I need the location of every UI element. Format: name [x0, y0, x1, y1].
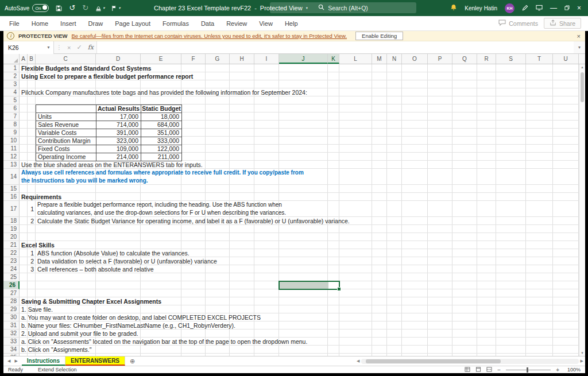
column-header-P[interactable]: P — [428, 54, 452, 64]
ribbon-tab-home[interactable]: Home — [32, 20, 48, 27]
row-header-18[interactable]: 18 — [3, 217, 20, 225]
close-icon[interactable]: × — [577, 33, 581, 40]
user-name[interactable]: Kenley Hatin — [465, 5, 497, 11]
column-header-T[interactable]: T — [526, 54, 553, 64]
row-header-25[interactable]: 25 — [3, 273, 20, 281]
sheet-tab-enteranswers[interactable]: ENTERANSWERS — [65, 356, 125, 366]
formula-bar-expand-icon[interactable]: ▾ — [574, 45, 585, 50]
table-cell[interactable]: Units — [36, 113, 96, 121]
row-header-24[interactable]: 24 — [3, 265, 20, 273]
search-box[interactable]: Search (Alt+Q) — [270, 2, 416, 13]
column-header-U[interactable]: U — [553, 54, 579, 64]
row-header-12[interactable]: 12 — [3, 153, 20, 161]
column-header-N[interactable]: N — [387, 54, 402, 64]
table-cell[interactable]: Operating Income — [36, 153, 96, 161]
restore-button[interactable] — [564, 0, 570, 16]
zoom-out-icon[interactable]: − — [497, 367, 501, 373]
column-header-O[interactable]: O — [402, 54, 428, 64]
cells-area[interactable]: Flexible Budgets and Standard Cost Syste… — [20, 64, 579, 356]
name-box[interactable]: K26 ▼ — [3, 41, 54, 54]
row-header-30[interactable]: 30 — [3, 313, 20, 321]
scroll-right-icon[interactable]: ▶ — [581, 359, 583, 363]
shaded-input-cell[interactable] — [280, 282, 328, 289]
zoom-slider-thumb[interactable] — [527, 367, 528, 373]
column-header-E[interactable]: E — [141, 54, 181, 64]
ribbon-tab-help[interactable]: Help — [285, 20, 298, 27]
row-header-23[interactable]: 23 — [3, 257, 20, 265]
table-cell[interactable]: 684,000 — [141, 121, 182, 129]
normal-view-icon[interactable] — [465, 367, 470, 373]
ribbon-tab-insert[interactable]: Insert — [60, 20, 76, 27]
table-cell[interactable]: 323,000 — [96, 137, 141, 145]
scroll-left-icon[interactable]: ◀ — [357, 359, 359, 363]
sheet-nav-left-icon[interactable]: ◀ — [7, 359, 10, 363]
ribbon-tab-view[interactable]: View — [259, 20, 273, 27]
pen-icon[interactable] — [522, 3, 528, 13]
column-header-J[interactable]: J — [279, 54, 328, 64]
comments-button[interactable]: Comments — [498, 20, 538, 27]
row-header-33[interactable]: 33 — [3, 338, 20, 346]
vertical-scrollbar[interactable]: ▲ ▼ — [579, 64, 585, 356]
column-header-G[interactable]: G — [206, 54, 230, 64]
table-cell[interactable]: 109,000 — [96, 145, 141, 153]
row-header-31[interactable]: 31 — [3, 321, 20, 330]
cancel-icon[interactable]: × — [64, 44, 74, 51]
row-header-8[interactable]: 8 — [3, 121, 20, 129]
row-header-9[interactable]: 9 — [3, 129, 20, 137]
column-header-A[interactable]: A — [20, 54, 28, 64]
row-header-27[interactable]: 27 — [3, 289, 20, 297]
redo-icon[interactable]: ↻ — [82, 0, 88, 16]
stamp-icon[interactable]: ▾ — [95, 0, 105, 16]
ribbon-tab-data[interactable]: Data — [201, 20, 214, 27]
column-header-R[interactable]: R — [477, 54, 496, 64]
row-header-21[interactable]: 21 — [3, 241, 20, 249]
column-header-K[interactable]: K — [328, 54, 339, 64]
selected-range[interactable] — [278, 281, 340, 290]
column-header-D[interactable]: D — [96, 54, 141, 64]
sheet-nav-right-icon[interactable]: ▶ — [14, 359, 17, 363]
column-header-S[interactable]: S — [496, 54, 526, 64]
close-button[interactable]: × — [577, 0, 581, 16]
table-cell[interactable]: Actual Results — [96, 105, 141, 113]
fill-handle[interactable] — [337, 287, 341, 291]
enable-editing-button[interactable]: Enable Editing — [355, 32, 403, 40]
save-icon[interactable] — [56, 5, 62, 11]
horizontal-scroll-thumb[interactable] — [366, 359, 500, 363]
ribbon-tab-formulas[interactable]: Formulas — [163, 20, 189, 27]
table-cell[interactable]: Variable Costs — [36, 129, 96, 137]
row-header-20[interactable]: 20 — [3, 233, 20, 241]
confirm-icon[interactable]: ✓ — [74, 44, 84, 51]
column-header-H[interactable]: H — [230, 54, 254, 64]
row-header-2[interactable]: 2 — [3, 72, 20, 80]
table-cell[interactable]: 211,000 — [141, 153, 182, 161]
sheet-tab-instructions[interactable]: Instructions — [22, 356, 65, 366]
drag-handle-icon[interactable]: ⋮ — [54, 44, 64, 51]
row-header-28[interactable]: 28 — [3, 297, 20, 305]
row-header-34[interactable]: 34 — [3, 346, 20, 354]
table-cell[interactable]: 214,000 — [96, 153, 141, 161]
row-header-16[interactable]: 16 — [3, 193, 20, 201]
ribbon-tab-page-layout[interactable]: Page Layout — [115, 20, 150, 27]
row-header-5[interactable]: 5 — [3, 96, 20, 104]
vertical-scroll-thumb[interactable] — [581, 72, 584, 102]
scroll-up-icon[interactable]: ▲ — [579, 64, 585, 70]
column-header-C[interactable]: C — [36, 54, 96, 64]
row-header-15[interactable]: 15 — [3, 185, 20, 193]
row-header-7[interactable]: 7 — [3, 113, 20, 121]
column-header-Q[interactable]: Q — [452, 54, 477, 64]
table-cell[interactable]: Fixed Costs — [36, 145, 96, 153]
screen-icon[interactable] — [536, 3, 543, 13]
table-cell[interactable]: Contribution Margin — [36, 137, 96, 145]
page-layout-view-icon[interactable] — [475, 367, 481, 373]
select-all-corner[interactable] — [3, 54, 20, 64]
row-header-19[interactable]: 19 — [3, 225, 20, 233]
column-header-B[interactable]: B — [28, 54, 36, 64]
table-cell[interactable]: 18,000 — [141, 113, 182, 121]
horizontal-scroll-track[interactable] — [361, 359, 578, 364]
page-break-view-icon[interactable] — [486, 367, 492, 373]
zoom-slider[interactable] — [506, 370, 551, 370]
row-header-10[interactable]: 10 — [3, 137, 20, 145]
table-cell[interactable]: Static Budget — [141, 105, 182, 113]
zoom-in-icon[interactable]: + — [556, 367, 559, 373]
ribbon-tab-review[interactable]: Review — [226, 20, 247, 27]
